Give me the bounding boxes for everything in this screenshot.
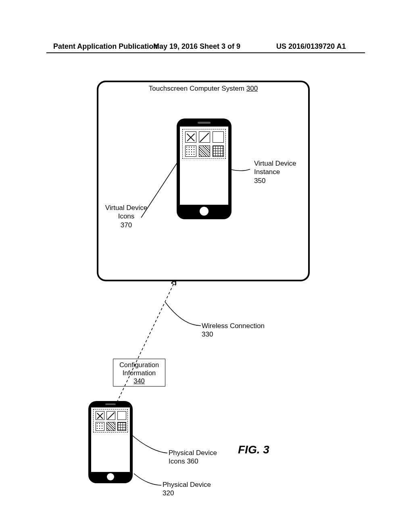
label-virtual-device-instance: Virtual Device Instance 350 — [254, 159, 311, 185]
virtual-icon-5 — [199, 145, 210, 157]
configuration-info-box: Configuration Information 340 — [113, 359, 165, 387]
phone-home-button — [200, 207, 209, 216]
label-wireless-text: Wireless Connection — [202, 322, 265, 330]
label-vdi-text: Virtual Device Instance — [254, 160, 296, 176]
physical-phone — [88, 401, 133, 483]
cfg-ref: 340 — [133, 377, 145, 384]
virtual-icon-4 — [185, 145, 196, 157]
phone-speaker — [198, 122, 211, 124]
header-right: US 2016/0139720 A1 — [276, 42, 346, 51]
figure-caption: FIG. 3 — [238, 443, 269, 456]
virtual-icon-1 — [185, 131, 196, 143]
label-pd-text: Physical Device — [163, 481, 211, 488]
label-vdicons-ref: 370 — [121, 221, 132, 229]
touchscreen-title-text: Touchscreen Computer System — [149, 85, 244, 92]
touchscreen-title-ref: 300 — [246, 85, 258, 92]
virtual-icon-6 — [213, 145, 224, 157]
header-mid: May 19, 2016 Sheet 3 of 9 — [153, 42, 240, 51]
virtual-phone — [177, 118, 232, 219]
physical-icon-6 — [117, 422, 126, 431]
header-left: Patent Application Publication — [53, 42, 158, 51]
phone-home-button — [107, 473, 114, 480]
label-pd-ref: 320 — [163, 489, 174, 497]
virtual-icon-3 — [213, 131, 224, 143]
label-pdicons-ref: 360 — [187, 457, 198, 465]
label-vdicons-text: Virtual Device Icons — [105, 204, 148, 220]
phone-speaker — [105, 403, 116, 405]
label-physical-device-icons: Physical Device Icons 360 — [169, 449, 237, 466]
label-wireless-connection: Wireless Connection 330 — [202, 322, 282, 339]
header-rule — [46, 52, 365, 53]
physical-icon-2 — [106, 411, 115, 420]
physical-icon-5 — [106, 422, 115, 431]
physical-icon-4 — [96, 422, 104, 431]
virtual-icon-grid — [182, 129, 226, 159]
label-physical-device: Physical Device 320 — [163, 480, 231, 498]
label-wireless-ref: 330 — [202, 330, 213, 338]
virtual-icon-2 — [199, 131, 210, 143]
label-virtual-device-icons: Virtual Device Icons 370 — [102, 204, 150, 229]
physical-icon-1 — [96, 411, 104, 420]
touchscreen-title: Touchscreen Computer System 300 — [98, 85, 308, 93]
label-vdi-ref: 350 — [254, 177, 265, 185]
physical-icon-3 — [117, 411, 126, 420]
physical-icon-grid — [93, 409, 128, 432]
cfg-text: Configuration Information — [119, 361, 159, 376]
